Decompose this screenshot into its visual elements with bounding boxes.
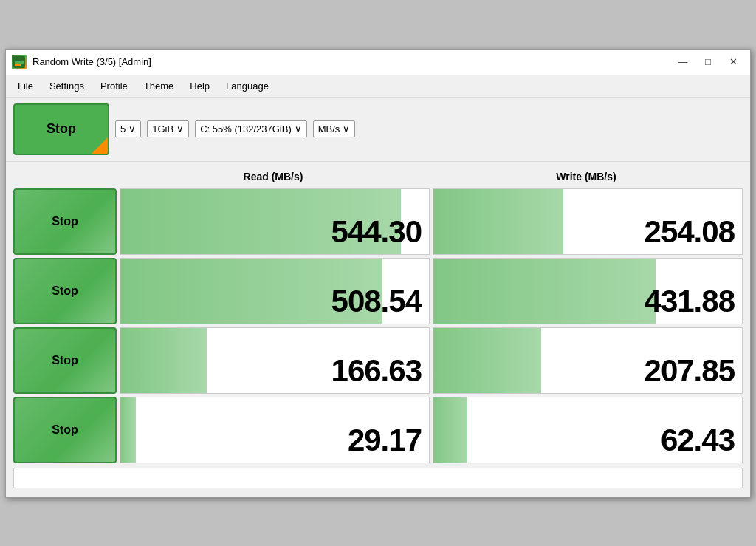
minimize-button[interactable]: — bbox=[672, 54, 694, 70]
drive-select[interactable]: C: 55% (132/237GiB) ∨ bbox=[195, 120, 307, 137]
menu-item-settings[interactable]: Settings bbox=[42, 78, 92, 95]
data-row: Stop166.63207.85 bbox=[13, 327, 743, 394]
data-rows: Stop544.30254.08Stop508.54431.88Stop166.… bbox=[13, 188, 743, 463]
window-title: Random Write (3/5) [Admin] bbox=[32, 56, 151, 67]
data-row: Stop544.30254.08 bbox=[13, 188, 743, 255]
toolbar: Stop 5 ∨ 1GiB ∨ C: 55% (132/237GiB) ∨ MB… bbox=[6, 98, 750, 162]
menu-item-profile[interactable]: Profile bbox=[93, 78, 135, 95]
menu-bar: FileSettingsProfileThemeHelpLanguage bbox=[6, 75, 750, 98]
window-controls: — □ ✕ bbox=[672, 54, 744, 70]
menu-item-language[interactable]: Language bbox=[219, 78, 276, 95]
read-value-cell-2: 166.63 bbox=[120, 327, 430, 394]
read-value-1: 508.54 bbox=[331, 284, 422, 319]
title-bar: Random Write (3/5) [Admin] — □ ✕ bbox=[6, 50, 750, 75]
read-value-3: 29.17 bbox=[348, 423, 422, 458]
write-value-0: 254.08 bbox=[645, 214, 735, 250]
count-select[interactable]: 5 ∨ bbox=[115, 120, 141, 137]
read-value-0: 544.30 bbox=[331, 214, 422, 250]
main-stop-button[interactable]: Stop bbox=[13, 103, 109, 155]
main-window: Random Write (3/5) [Admin] — □ ✕ FileSet… bbox=[5, 49, 751, 498]
read-value-cell-0: 544.30 bbox=[120, 188, 430, 255]
data-row: Stop508.54431.88 bbox=[13, 258, 743, 324]
unit-select[interactable]: MB/s ∨ bbox=[313, 120, 356, 137]
column-headers: Read (MB/s) Write (MB/s) bbox=[13, 168, 743, 185]
write-value-cell-0: 254.08 bbox=[433, 188, 743, 255]
svg-rect-1 bbox=[15, 61, 24, 64]
stop-button-row-2[interactable]: Stop bbox=[13, 327, 117, 394]
read-column-header: Read (MB/s) bbox=[117, 168, 430, 185]
menu-item-file[interactable]: File bbox=[10, 78, 41, 95]
data-row: Stop29.1762.43 bbox=[13, 397, 743, 463]
write-column-header: Write (MB/s) bbox=[430, 168, 743, 185]
write-value-cell-3: 62.43 bbox=[433, 397, 743, 463]
main-content: Read (MB/s) Write (MB/s) Stop544.30254.0… bbox=[6, 162, 750, 497]
write-value-1: 431.88 bbox=[645, 284, 735, 319]
write-value-3: 62.43 bbox=[661, 423, 735, 458]
menu-item-help[interactable]: Help bbox=[182, 78, 217, 95]
write-value-2: 207.85 bbox=[645, 353, 735, 389]
menu-item-theme[interactable]: Theme bbox=[137, 78, 181, 95]
stop-button-row-3[interactable]: Stop bbox=[13, 397, 117, 463]
stop-button-row-1[interactable]: Stop bbox=[13, 258, 117, 324]
write-value-cell-1: 431.88 bbox=[433, 258, 743, 324]
read-value-cell-3: 29.17 bbox=[120, 397, 430, 463]
read-value-cell-1: 508.54 bbox=[120, 258, 430, 324]
size-select[interactable]: 1GiB ∨ bbox=[147, 120, 189, 137]
app-icon bbox=[12, 55, 27, 69]
close-button[interactable]: ✕ bbox=[722, 54, 744, 70]
title-bar-left: Random Write (3/5) [Admin] bbox=[12, 55, 151, 69]
maximize-button[interactable]: □ bbox=[697, 54, 719, 70]
read-value-2: 166.63 bbox=[331, 353, 422, 389]
status-bar bbox=[13, 468, 743, 488]
write-value-cell-2: 207.85 bbox=[433, 327, 743, 394]
stop-button-row-0[interactable]: Stop bbox=[13, 188, 117, 255]
svg-rect-2 bbox=[15, 64, 21, 66]
